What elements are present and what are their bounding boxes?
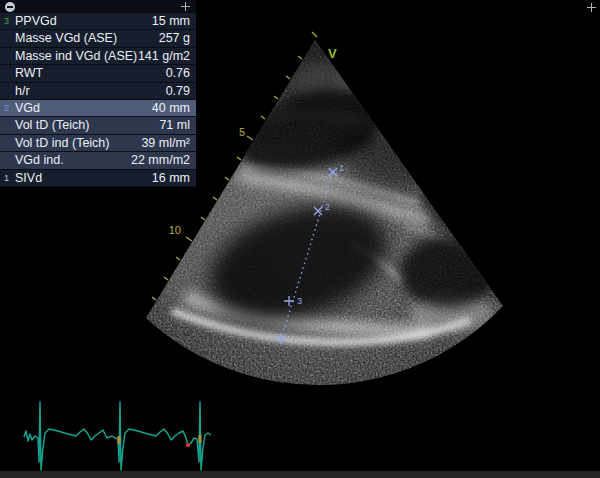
measurement-value: 39 ml/m² bbox=[141, 135, 190, 152]
measurement-value: 22 mm/m2 bbox=[131, 152, 190, 169]
echo-workstation-screen: 5 10 V 1 2 3 bbox=[0, 0, 600, 478]
measurement-row-rwt[interactable]: RWT 0.76 bbox=[0, 65, 196, 82]
measurement-label: VGd ind. bbox=[15, 152, 64, 169]
caliper-label-1: 1 bbox=[339, 163, 344, 173]
measurement-label: PPVGd bbox=[15, 13, 57, 30]
move-panel-icon[interactable] bbox=[181, 2, 190, 11]
measurement-label: SIVd bbox=[15, 170, 42, 187]
measurement-label: Masse ind VGd (ASE) bbox=[15, 48, 137, 65]
measurement-row-masse-ind-vgd[interactable]: Masse ind VGd (ASE) 141 g/m2 bbox=[0, 48, 196, 65]
measurement-row-hr[interactable]: h/r 0.79 bbox=[0, 83, 196, 100]
measurement-value: 141 g/m2 bbox=[138, 48, 190, 65]
ecg-alert-dot bbox=[186, 443, 190, 447]
measurement-label: Vol tD (Teich) bbox=[15, 117, 89, 134]
measurement-row-sivd[interactable]: 1 SIVd 16 mm bbox=[0, 170, 196, 187]
measurement-label: Masse VGd (ASE) bbox=[15, 30, 117, 47]
measurement-row-vgd-ind[interactable]: VGd ind. 22 mm/m2 bbox=[0, 152, 196, 169]
measurement-value: 15 mm bbox=[152, 13, 190, 30]
measurement-value: 0.79 bbox=[166, 83, 190, 100]
measurement-row-vgd-selected[interactable]: 2 VGd 40 mm bbox=[0, 100, 196, 117]
depth-label-5: 5 bbox=[239, 126, 245, 138]
measurement-row-ppvgd[interactable]: 3 PPVGd 15 mm bbox=[0, 13, 196, 30]
measurement-row-vol-td-ind[interactable]: Vol tD ind (Teich) 39 ml/m² bbox=[0, 135, 196, 152]
measurement-label: RWT bbox=[15, 65, 43, 82]
measurement-value: 0.76 bbox=[166, 65, 190, 82]
caliper-label-3: 3 bbox=[297, 296, 302, 306]
measurements-panel: 3 PPVGd 15 mm Masse VGd (ASE) 257 g Mass… bbox=[0, 0, 196, 187]
window-move-icon[interactable] bbox=[587, 3, 596, 12]
caliper-label-2: 2 bbox=[325, 202, 330, 212]
depth-label-10: 10 bbox=[169, 224, 181, 236]
measurement-value: 16 mm bbox=[152, 170, 190, 187]
measurement-label: Vol tD ind (Teich) bbox=[15, 135, 109, 152]
measurement-label: h/r bbox=[15, 83, 30, 100]
measurement-row-vol-td[interactable]: Vol tD (Teich) 71 ml bbox=[0, 117, 196, 134]
orientation-marker-v: V bbox=[328, 46, 337, 61]
bottom-strip bbox=[0, 471, 600, 478]
measurement-value: 71 ml bbox=[159, 117, 190, 134]
ecg-event-marker bbox=[118, 436, 121, 444]
ecg-event-marker bbox=[199, 435, 202, 443]
measurement-value: 257 g bbox=[159, 30, 190, 47]
row-index-badge: 1 bbox=[4, 170, 9, 187]
measurement-row-masse-vgd[interactable]: Masse VGd (ASE) 257 g bbox=[0, 30, 196, 47]
panel-header bbox=[0, 0, 196, 13]
measurement-value: 40 mm bbox=[152, 100, 190, 117]
collapse-panel-button[interactable] bbox=[5, 2, 15, 12]
row-index-badge: 3 bbox=[4, 13, 9, 30]
measurement-label: VGd bbox=[15, 100, 40, 117]
row-index-badge: 2 bbox=[4, 100, 9, 117]
